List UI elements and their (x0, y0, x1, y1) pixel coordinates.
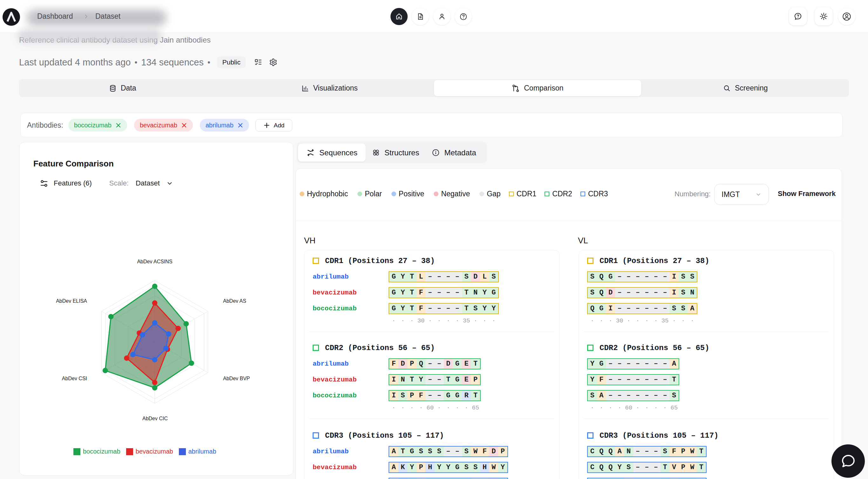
svg-text:AbDev ELISA: AbDev ELISA (56, 298, 87, 304)
svg-text:AbDev BVP: AbDev BVP (223, 376, 250, 381)
svg-text:AbDev CSI: AbDev CSI (62, 376, 87, 381)
svg-text:AbDev ACSINS: AbDev ACSINS (137, 259, 172, 264)
svg-text:AbDev CIC: AbDev CIC (142, 416, 168, 421)
svg-text:AbDev AS: AbDev AS (223, 298, 246, 304)
